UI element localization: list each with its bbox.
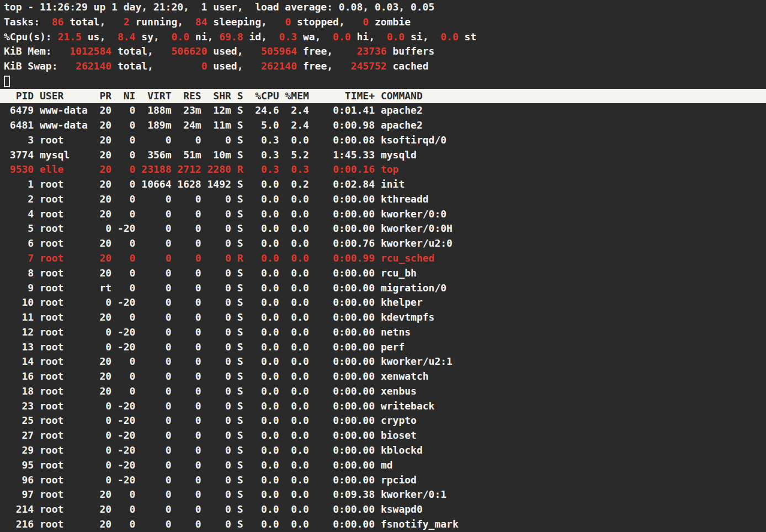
cell-command: kdevtmpfs — [381, 311, 435, 323]
cell-shr: 0 — [208, 237, 231, 249]
cell-ni: -20 — [118, 429, 136, 441]
cell-ni: 0 — [118, 503, 136, 515]
cell-res: 0 — [177, 429, 201, 441]
cell-user: root — [40, 414, 88, 426]
cell-pid: 10 — [4, 296, 34, 308]
tasks-line: Tasks: 86 total, 2 running, 84 sleeping,… — [0, 15, 766, 30]
cell-pid: 9530 — [4, 163, 34, 175]
cell-cpu: 0.0 — [249, 193, 279, 205]
cell-cpu: 0.0 — [249, 208, 279, 220]
cell-cpu: 0.0 — [249, 474, 279, 486]
stat-label: sy, — [135, 31, 165, 42]
cell-res: 0 — [177, 444, 201, 456]
cell-virt: 0 — [141, 370, 171, 382]
terminal-cursor — [4, 76, 10, 87]
cell-virt: 0 — [141, 355, 171, 367]
column-header-shr: SHR — [208, 90, 231, 102]
cell-s: S — [237, 267, 243, 279]
process-row: 5 root 0 -20 0 0 0 S 0.0 0.0 0:00.00 kwo… — [0, 221, 766, 236]
cell-ni: 0 — [118, 178, 136, 190]
cell-user: www-data — [40, 104, 88, 116]
cell-mem: 0.0 — [285, 252, 308, 264]
stat-label: hi, — [351, 31, 381, 42]
cell-time: 0:00.00 — [321, 222, 375, 234]
cell-s: S — [237, 488, 243, 500]
cell-virt: 0 — [141, 444, 171, 456]
cell-pid: 14 — [4, 355, 34, 367]
cell-s: S — [237, 370, 243, 382]
process-row: 10 root 0 -20 0 0 0 S 0.0 0.0 0:00.00 kh… — [0, 295, 766, 310]
cell-mem: 0.0 — [285, 193, 308, 205]
stat-label: us, — [82, 31, 111, 42]
cell-s: S — [237, 282, 243, 294]
table-header: PID USER PR NI VIRT RES SHR S %CPU %MEM … — [0, 89, 766, 104]
cell-s: S — [237, 149, 243, 161]
cell-s: S — [237, 326, 243, 338]
cell-shr: 0 — [208, 134, 231, 146]
cell-pr: 0 — [94, 222, 112, 234]
stat-label: ni, — [189, 31, 219, 42]
terminal-screen[interactable]: top - 11:26:29 up 1 day, 21:20, 1 user, … — [0, 0, 766, 532]
column-header-pid: PID — [4, 90, 34, 102]
cell-res: 24m — [177, 119, 201, 131]
cell-command: init — [381, 178, 405, 190]
mem-line: KiB Mem: 1012584 total, 506620 used, 505… — [0, 44, 766, 59]
cell-mem: 0.0 — [285, 414, 308, 426]
cell-pr: 20 — [94, 488, 112, 500]
cell-ni: 0 — [118, 104, 136, 116]
cell-pr: 20 — [94, 252, 112, 264]
cell-virt: 188m — [141, 104, 171, 116]
cell-user: root — [40, 444, 88, 456]
cell-pr: 0 — [94, 429, 112, 441]
cell-mem: 0.0 — [285, 400, 308, 412]
stat-value: 0 — [357, 16, 369, 28]
cell-time: 0:00.00 — [321, 414, 375, 426]
cell-virt: 0 — [141, 488, 171, 500]
cell-pr: 20 — [94, 503, 112, 515]
cell-cpu: 0.0 — [249, 237, 279, 249]
cell-ni: 0 — [118, 355, 136, 367]
cell-command: mysqld — [381, 149, 417, 161]
cell-mem: 5.2 — [285, 149, 308, 161]
cell-user: root — [40, 400, 88, 412]
cell-s: S — [237, 341, 243, 353]
cell-mem: 0.0 — [285, 355, 308, 367]
cell-user: root — [40, 282, 88, 294]
process-row: 14 root 20 0 0 0 0 S 0.0 0.0 0:00.00 kwo… — [0, 354, 766, 369]
cell-pr: 0 — [94, 474, 112, 486]
process-row: 23 root 0 -20 0 0 0 S 0.0 0.0 0:00.00 wr… — [0, 399, 766, 414]
cell-s: S — [237, 178, 243, 190]
cell-ni: 0 — [118, 149, 136, 161]
stat-value: 0.0 — [327, 31, 350, 42]
cell-pid: 97 — [4, 488, 34, 500]
cell-command: top — [381, 163, 399, 175]
cell-s: S — [237, 104, 243, 116]
cell-shr: 0 — [208, 370, 231, 382]
cell-s: S — [237, 311, 243, 323]
cell-s: S — [237, 474, 243, 486]
process-row: 95 root 0 -20 0 0 0 S 0.0 0.0 0:00.00 md — [0, 458, 766, 473]
cell-shr: 0 — [208, 400, 231, 412]
stat-label: buffers — [387, 45, 435, 57]
stat-value: 0.0 — [381, 31, 405, 42]
cell-mem: 0.0 — [285, 296, 308, 308]
cell-time: 0:00.00 — [321, 429, 375, 441]
cell-shr: 0 — [208, 222, 231, 234]
cell-pr: 20 — [94, 311, 112, 323]
process-row: 25 root 0 -20 0 0 0 S 0.0 0.0 0:00.00 cr… — [0, 413, 766, 428]
cell-res: 0 — [177, 518, 201, 530]
cell-virt: 0 — [141, 518, 171, 530]
cell-pid: 9 — [4, 282, 34, 294]
cell-time: 0:00.00 — [321, 444, 375, 456]
cell-pid: 29 — [4, 444, 34, 456]
cell-cpu: 0.0 — [249, 385, 279, 397]
cell-virt: 10664 — [141, 178, 171, 190]
cell-res: 1628 — [177, 178, 201, 190]
cell-command: kthreadd — [381, 193, 429, 205]
cell-pid: 2 — [4, 193, 34, 205]
column-header-mem: %MEM — [285, 90, 308, 102]
process-row: 8 root 20 0 0 0 0 S 0.0 0.0 0:00.00 rcu_… — [0, 266, 766, 281]
cell-command: kworker/u2:0 — [381, 237, 453, 249]
cell-pr: 0 — [94, 459, 112, 471]
cell-pr: 20 — [94, 237, 112, 249]
